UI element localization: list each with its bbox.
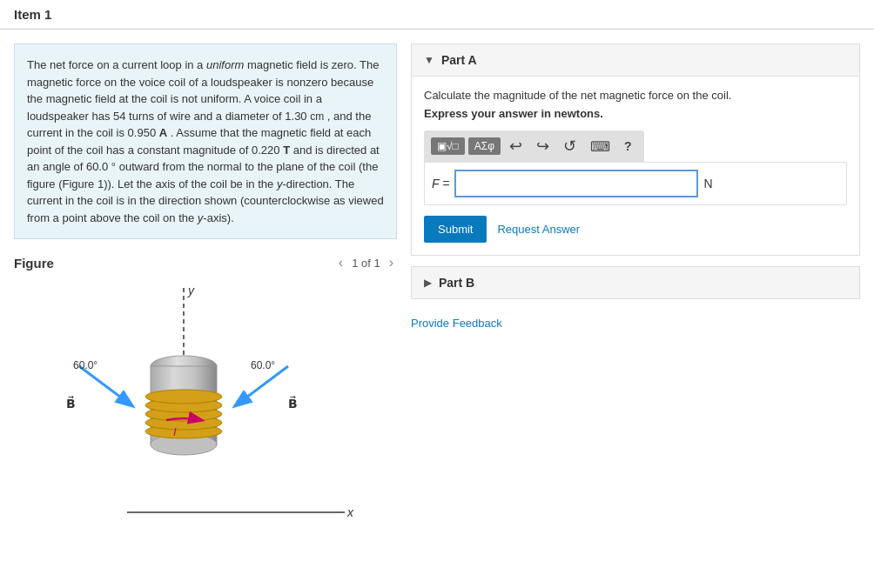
left-panel: The net force on a current loop in a uni… bbox=[14, 43, 397, 523]
part-b-header[interactable]: ▶ Part B bbox=[412, 267, 859, 298]
figure-canvas: y bbox=[14, 279, 380, 523]
answer-input[interactable] bbox=[454, 170, 698, 197]
format-button[interactable]: ▣√□ bbox=[431, 137, 465, 155]
part-a-header[interactable]: ▼ Part A bbox=[412, 44, 859, 77]
greek-button[interactable]: ΑΣφ bbox=[468, 137, 501, 155]
provide-feedback-link[interactable]: Provide Feedback bbox=[411, 310, 860, 337]
answer-unit: N bbox=[703, 177, 712, 190]
part-a-question: Calculate the magnitude of the net magne… bbox=[424, 89, 847, 102]
answer-toolbar: ▣√□ ΑΣφ ↩ ↪ ↺ ⌨ ? bbox=[424, 130, 644, 162]
figure-next-button[interactable]: › bbox=[386, 253, 397, 272]
part-a-content: Calculate the magnitude of the net magne… bbox=[412, 77, 859, 255]
action-row: Submit Request Answer bbox=[424, 216, 847, 243]
keyboard-button[interactable]: ⌨ bbox=[585, 136, 615, 157]
part-a-title: Part A bbox=[441, 53, 477, 67]
figure-prev-button[interactable]: ‹ bbox=[335, 253, 346, 272]
svg-text:I: I bbox=[173, 425, 177, 438]
part-a-arrow: ▼ bbox=[424, 54, 434, 66]
part-a-section: ▼ Part A Calculate the magnitude of the … bbox=[411, 43, 860, 256]
svg-line-11 bbox=[79, 366, 131, 405]
svg-text:60.0°: 60.0° bbox=[73, 359, 97, 371]
svg-point-9 bbox=[145, 390, 222, 404]
answer-box: F = N bbox=[424, 162, 847, 205]
svg-text:y: y bbox=[187, 284, 195, 297]
figure-label: Figure bbox=[14, 256, 54, 271]
svg-line-14 bbox=[236, 366, 288, 405]
item-label: Item 1 bbox=[14, 7, 51, 22]
part-a-instruction: Express your answer in newtons. bbox=[424, 107, 847, 120]
svg-text:60.0°: 60.0° bbox=[251, 359, 275, 371]
figure-pagination: 1 of 1 bbox=[352, 257, 380, 270]
help-button[interactable]: ? bbox=[619, 137, 637, 156]
figure-section: Figure ‹ 1 of 1 › y bbox=[14, 253, 397, 523]
part-b-arrow: ▶ bbox=[424, 277, 432, 289]
svg-text:x: x bbox=[346, 505, 354, 519]
undo-button[interactable]: ↩ bbox=[504, 134, 528, 158]
request-answer-link[interactable]: Request Answer bbox=[497, 223, 580, 236]
reset-button[interactable]: ↺ bbox=[558, 134, 582, 158]
part-b-section: ▶ Part B bbox=[411, 266, 860, 299]
right-panel: ▼ Part A Calculate the magnitude of the … bbox=[411, 43, 860, 523]
problem-text: The net force on a current loop in a uni… bbox=[14, 43, 397, 239]
redo-button[interactable]: ↪ bbox=[531, 134, 555, 158]
svg-text:B⃗: B⃗ bbox=[66, 396, 76, 411]
svg-text:B⃗: B⃗ bbox=[288, 396, 298, 411]
submit-button[interactable]: Submit bbox=[424, 216, 487, 243]
answer-label: F = bbox=[432, 177, 449, 190]
part-b-title: Part B bbox=[439, 276, 474, 290]
figure-nav: ‹ 1 of 1 › bbox=[335, 253, 397, 272]
